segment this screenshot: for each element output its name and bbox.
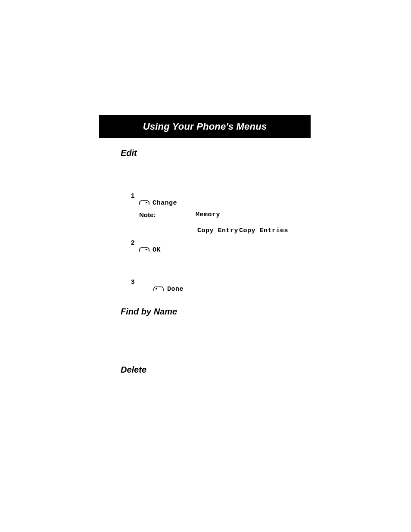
softkey-right-icon [139,200,149,205]
softkey-right-icon [139,247,149,252]
chapter-banner: Using Your Phone's Menus [99,115,311,138]
section-heading-find: Find by Name [121,307,177,317]
svg-point-2 [156,288,157,289]
chapter-title: Using Your Phone's Menus [143,121,267,132]
svg-point-0 [146,202,147,203]
note-label: Note: [139,211,156,218]
step-number-2: 2 [131,239,134,246]
section-heading-edit: Edit [121,148,137,158]
section-heading-delete: Delete [121,365,146,375]
softkey-label-change: Change [153,199,177,207]
softkey-label-ok: OK [153,246,161,254]
softkey-label-done: Done [167,286,184,293]
softkey-left-icon [153,286,164,292]
memory-label: Memory [196,211,220,218]
copy-entries-label: Copy Entries [239,227,288,234]
step-number-1: 1 [131,192,134,199]
page: Using Your Phone's Menus Edit 1 Change N… [0,0,411,532]
svg-point-1 [146,249,147,250]
copy-entry-label: Copy Entry [197,227,238,234]
step-number-3: 3 [131,278,134,285]
